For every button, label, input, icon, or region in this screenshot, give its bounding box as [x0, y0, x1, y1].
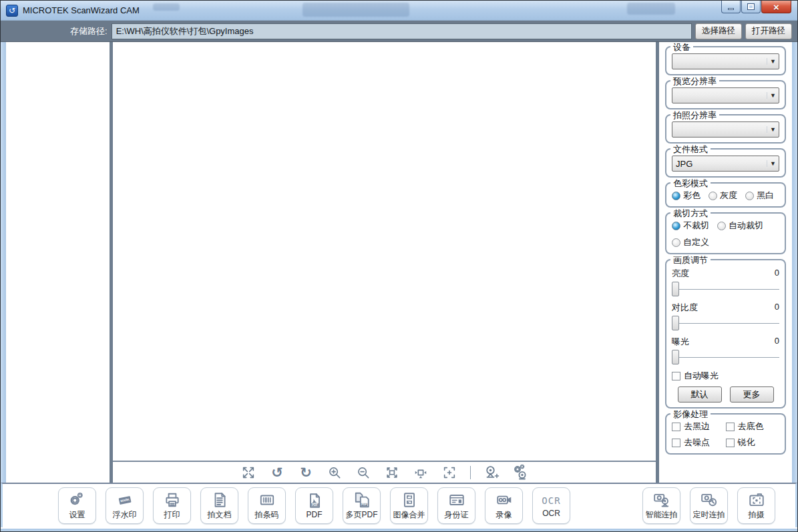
- scan-barcode-button[interactable]: 拍条码: [248, 487, 286, 524]
- more-button[interactable]: 更多: [730, 386, 774, 403]
- expand-button[interactable]: [240, 465, 256, 481]
- action-buttons-right: 智能连拍 定时连拍 拍摄: [642, 487, 775, 524]
- action-button-label: 浮水印: [113, 509, 137, 521]
- remove-black-edge-checkbox[interactable]: 去黑边: [672, 421, 726, 433]
- radio-gray[interactable]: 灰度: [709, 190, 737, 202]
- id-card-button[interactable]: 身份证: [437, 487, 475, 524]
- rotate-left-icon: ↺: [271, 465, 283, 480]
- timed-burst-button[interactable]: 定时连拍: [690, 487, 728, 524]
- photo-resolution-select[interactable]: ▼: [672, 121, 779, 138]
- contrast-slider[interactable]: [672, 316, 779, 330]
- fit-screen-button[interactable]: [384, 465, 400, 481]
- sharpen-checkbox[interactable]: 锐化: [726, 437, 780, 449]
- scan-document-button[interactable]: 拍文档: [200, 487, 238, 524]
- exposure-slider-thumb[interactable]: [672, 350, 679, 364]
- slider-track: [672, 357, 779, 358]
- radio-no-crop[interactable]: 不裁切: [672, 220, 709, 232]
- maximize-icon: [748, 4, 754, 9]
- image-merge-button[interactable]: 图像合并: [390, 487, 428, 524]
- device-select-value: [672, 61, 767, 62]
- auto-exposure-checkbox[interactable]: 自动曝光: [672, 370, 779, 382]
- ocr-button[interactable]: OCR OCR: [532, 487, 570, 524]
- zoom-in-button[interactable]: [327, 465, 343, 481]
- svg-text:PDF: PDF: [361, 503, 367, 506]
- photo-resolution-title: 拍照分辨率: [670, 109, 719, 121]
- preview-resolution-title: 预览分辨率: [670, 75, 719, 87]
- background-window-ghost: [627, 3, 675, 15]
- action-button-label: 图像合并: [393, 509, 425, 521]
- radio-selected-icon: [672, 192, 680, 200]
- action-buttons-left: 设置 MARK 浮水印 打印: [58, 487, 570, 524]
- action-button-label: 智能连拍: [646, 509, 678, 521]
- window-frame-right: [792, 42, 797, 483]
- device-select[interactable]: ▼: [672, 53, 779, 69]
- contrast-slider-thumb[interactable]: [672, 316, 679, 330]
- denoise-label: 去噪点: [684, 437, 710, 449]
- zoom-out-button[interactable]: [355, 465, 371, 481]
- print-button[interactable]: 打印: [153, 487, 191, 524]
- contrast-row: 对比度 0: [672, 302, 779, 314]
- remove-background-checkbox[interactable]: 去底色: [726, 421, 780, 433]
- radio-icon: [717, 222, 726, 230]
- sharpen-label: 锐化: [738, 437, 755, 449]
- webcam-add-button[interactable]: [483, 465, 500, 481]
- action-button-label: OCR: [542, 509, 560, 518]
- action-button-label: 拍条码: [255, 509, 279, 521]
- toolbar-separator: [470, 466, 471, 479]
- device-group-title: 设备: [670, 42, 693, 53]
- video-record-button[interactable]: 录像: [485, 487, 523, 524]
- checkbox-icon: [726, 439, 735, 447]
- image-processing-group: 影像处理 去黑边 去底色 去噪点: [665, 413, 786, 455]
- select-path-button[interactable]: 选择路径: [695, 23, 742, 39]
- settings-sidebar: 设备 ▼ 预览分辨率 ▼ 拍照分辨率 ▼: [659, 42, 792, 483]
- fit-width-icon: [413, 465, 428, 480]
- color-mode-title: 色彩模式: [670, 178, 711, 190]
- radio-bw[interactable]: 黑白: [745, 190, 774, 202]
- id-card-icon: [448, 491, 465, 509]
- background-window-ghost: [303, 3, 409, 17]
- radio-no-crop-label: 不裁切: [683, 220, 709, 232]
- rotate-right-button[interactable]: ↻: [298, 465, 314, 481]
- photo-resolution-group: 拍照分辨率 ▼: [665, 114, 786, 144]
- timed-burst-icon: [701, 491, 718, 509]
- smart-burst-icon: [653, 491, 670, 509]
- radio-custom-crop[interactable]: 自定义: [672, 236, 779, 248]
- pdf-icon: PDF: [306, 492, 323, 509]
- action-button-label: 打印: [164, 509, 180, 521]
- default-button[interactable]: 默认: [678, 386, 722, 403]
- radio-auto-crop-label: 自动裁切: [729, 220, 763, 232]
- open-path-button[interactable]: 打开路径: [745, 23, 792, 39]
- pdf-button[interactable]: PDF PDF: [295, 487, 333, 524]
- focus-center-button[interactable]: [441, 465, 457, 481]
- thumbnail-list-panel[interactable]: [6, 42, 110, 483]
- rotate-left-button[interactable]: ↺: [269, 465, 285, 481]
- close-button[interactable]: ×: [761, 1, 791, 13]
- radio-color[interactable]: 彩色: [672, 190, 701, 202]
- camera-settings-button[interactable]: [512, 465, 528, 481]
- capture-button[interactable]: 拍摄: [737, 487, 775, 524]
- smart-burst-button[interactable]: 智能连拍: [642, 487, 680, 524]
- denoise-checkbox[interactable]: 去噪点: [672, 437, 726, 449]
- multi-pdf-button[interactable]: PDF 多页PDF: [343, 487, 381, 524]
- radio-icon: [709, 192, 717, 200]
- color-mode-options: 彩色 灰度 黑白: [672, 190, 779, 202]
- storage-path-input[interactable]: [112, 23, 692, 39]
- fit-width-button[interactable]: [413, 465, 429, 481]
- storage-path-bar: 存储路径: 选择路径 打开路径: [1, 21, 797, 42]
- minimize-button[interactable]: [721, 1, 741, 13]
- file-format-select[interactable]: JPG ▼: [672, 156, 779, 172]
- window-title: MICROTEK ScanWizard CAM: [23, 5, 140, 15]
- settings-button[interactable]: 设置: [58, 487, 96, 524]
- action-button-label: PDF: [307, 510, 323, 519]
- brightness-slider[interactable]: [672, 282, 779, 296]
- exposure-slider[interactable]: [672, 350, 779, 364]
- brightness-slider-thumb[interactable]: [672, 282, 679, 296]
- radio-auto-crop[interactable]: 自动裁切: [717, 220, 763, 232]
- exposure-row: 曝光 0: [672, 336, 779, 348]
- preview-resolution-select[interactable]: ▼: [672, 87, 779, 103]
- auto-exposure-label: 自动曝光: [684, 370, 719, 382]
- background-window-ghost: [153, 3, 180, 11]
- camera-preview-area[interactable]: [113, 42, 656, 461]
- maximize-button[interactable]: [741, 1, 761, 13]
- watermark-button[interactable]: MARK 浮水印: [106, 487, 144, 524]
